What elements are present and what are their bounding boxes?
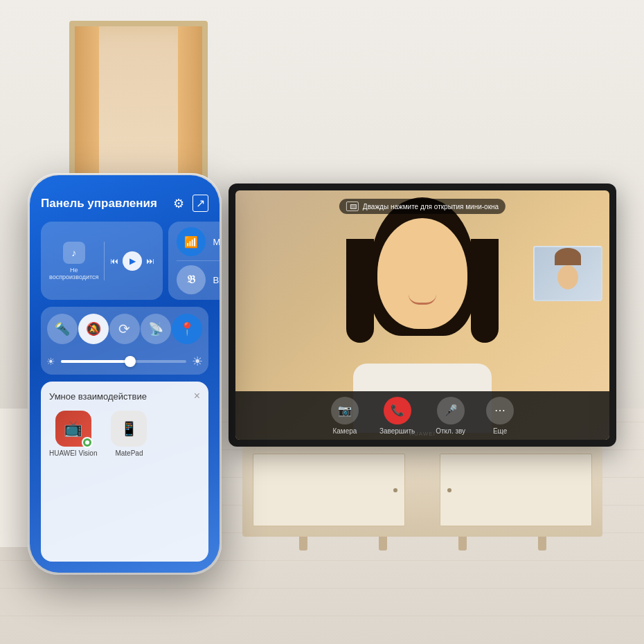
hair-side-left [346,239,374,343]
tablet-icon: 📱 [120,420,138,437]
tv-end-call-button[interactable]: 📞 Завершить [379,397,415,435]
next-button[interactable]: ⏭ [146,256,154,266]
wifi-icon: 📶 [184,235,198,249]
matepad-label: MatePad [115,449,143,457]
sideboard [242,447,602,537]
music-left: ♪ Не воспроизводится [49,242,105,280]
door-handle-left [393,488,397,492]
more-label: Еще [493,427,507,435]
brightness-low-icon: ☀ [46,356,55,367]
brightness-track[interactable] [61,360,186,363]
rotate-button[interactable]: ⟳ [109,314,140,344]
tv: Дважды нажмите для открытия мини-окна 📷 … [229,184,616,447]
panel-header: Панель управления ⚙ ↗ [41,189,208,215]
bluetooth-row[interactable]: 𝔅 Bluetooth [177,265,220,294]
inset-hair [555,248,581,265]
network-divider [177,260,220,261]
panel-title: Панель управления [41,197,157,211]
prev-button[interactable]: ⏮ [110,256,118,266]
toggles-row: 🔦 🔕 ⟳ 📡 📍 [41,307,208,351]
sideboard-door-left [253,454,405,526]
inset-person [547,251,589,300]
bell-icon: 🔕 [86,321,101,337]
tv-camera-button[interactable]: 📷 Камера [331,397,359,435]
camera-icon: 📷 [331,397,359,424]
brightness-fill [61,360,130,363]
share-icon: ↗ [193,195,208,212]
vision-device[interactable]: 📺 HUAWEI Vision [49,411,97,457]
tv-brand: HUAWEI [409,431,436,437]
bluetooth-button[interactable]: 𝔅 [177,265,206,294]
matepad-device[interactable]: 📱 MatePad [111,411,147,457]
face [377,218,467,329]
music-icon: ♪ [63,242,85,264]
wifi-row[interactable]: 📶 Mengjie ▼ [177,227,220,256]
vision-icon-wrap: 📺 [55,411,91,447]
music-status: Не воспроизводится [49,267,98,280]
network-card: 📶 Mengjie ▼ 𝔅 Bluetooth [168,222,220,300]
smart-title: Умное взаимодействие [49,391,147,402]
wifi-button[interactable]: 📶 [177,227,206,256]
tv-frame: Дважды нажмите для открытия мини-окна 📷 … [229,184,616,447]
sideboard-leg [458,537,467,551]
smart-header: Умное взаимодействие × [49,390,200,402]
brightness-high-icon: ☀ [192,354,203,369]
nfc-button[interactable]: 📡 [141,314,171,344]
wifi-name: Mengjie [213,237,220,247]
rotate-icon: ⟳ [118,321,130,337]
video-inset [533,246,602,301]
phone: Панель управления ⚙ ↗ ♪ Не воспроизводит… [28,173,222,575]
tv-tooltip: Дважды нажмите для открытия мини-окна [339,199,506,214]
smart-close-button[interactable]: × [194,390,200,402]
flashlight-icon: 🔦 [55,321,70,337]
end-call-icon: 📞 [384,397,411,424]
play-button[interactable]: ▶ [123,251,142,271]
smart-card: Умное взаимодействие × 📺 H [41,382,208,562]
settings-icon[interactable]: ⚙ [173,196,184,211]
door-handle-right [447,488,451,492]
sideboard-leg [299,537,307,551]
music-controls[interactable]: ⏮ ▶ ⏭ [105,251,154,271]
badge-dot [85,440,89,445]
phone-frame: Панель управления ⚙ ↗ ♪ Не воспроизводит… [28,173,222,575]
brightness-thumb[interactable] [125,356,136,367]
tv-tooltip-text: Дважды нажмите для открытия мини-окна [363,203,499,211]
camera-label: Камера [332,427,357,435]
brightness-row[interactable]: ☀ ☀ [41,351,208,375]
hair-side-right [471,239,499,343]
tv-more-button[interactable]: ⋯ Еще [486,397,514,435]
location-icon: 📍 [179,321,195,337]
mute-label: Откл. зву [436,427,465,435]
more-icon: ⋯ [486,397,514,424]
bluetooth-label: Bluetooth [213,275,220,285]
mute-icon: 🎤 [437,397,465,424]
bluetooth-icon: 𝔅 [187,274,195,286]
vision-label: HUAWEI Vision [49,449,97,457]
sideboard-legs [242,537,602,551]
smart-devices: 📺 HUAWEI Vision 📱 [49,411,200,457]
vision-online-badge [82,437,93,448]
phone-screen: Панель управления ⚙ ↗ ♪ Не воспроизводит… [30,175,220,573]
sideboard-door-right [440,454,592,526]
music-card: ♪ Не воспроизводится ⏮ ▶ ⏭ [41,222,163,300]
panel-header-icons: ⚙ ↗ [173,195,208,212]
tv-icon: 📺 [64,420,82,438]
matepad-icon-wrap: 📱 [111,411,147,447]
smile [409,294,436,305]
control-panel: Панель управления ⚙ ↗ ♪ Не воспроизводит… [30,175,220,573]
nfc-icon: 📡 [148,321,163,337]
tv-mute-button[interactable]: 🎤 Откл. зву [436,397,465,435]
pip-icon [346,202,359,211]
sideboard-leg [538,537,546,551]
tv-screen: Дважды нажмите для открытия мини-окна 📷 … [235,190,609,440]
flashlight-button[interactable]: 🔦 [47,314,78,344]
toggles-card: 🔦 🔕 ⟳ 📡 📍 [41,307,208,375]
silent-button[interactable]: 🔕 [78,314,109,344]
inset-face [557,265,578,289]
location-button[interactable]: 📍 [172,314,202,344]
sideboard-leg [379,537,387,551]
